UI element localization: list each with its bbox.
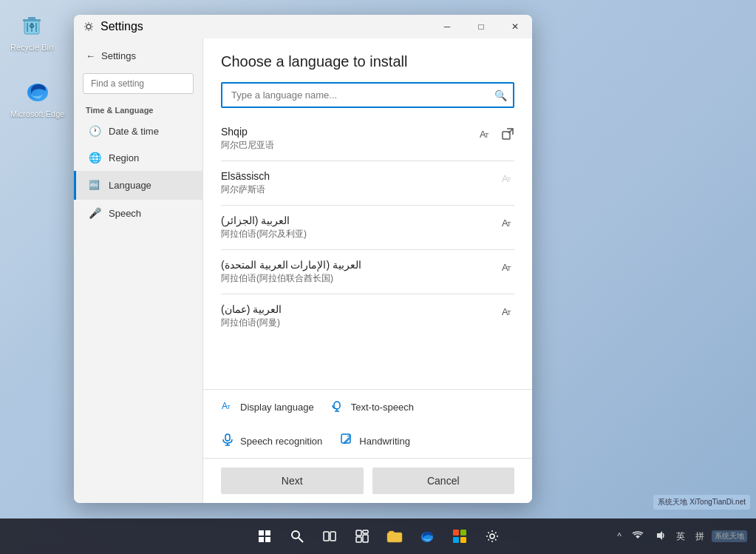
svg-marker-44: [657, 531, 662, 540]
tray-lang[interactable]: 英: [673, 529, 688, 544]
find-setting-container: [83, 73, 194, 94]
file-explorer-button[interactable]: [380, 521, 409, 551]
text-to-speech-icon: [332, 399, 345, 415]
svg-text:♻: ♻: [29, 22, 35, 30]
system-tray: ^ 英 拼 系统天地: [614, 528, 747, 545]
sidebar-item-date-time[interactable]: 🕐 Date & time: [74, 118, 202, 144]
back-arrow-icon: ←: [86, 50, 95, 61]
svg-point-43: [490, 534, 494, 538]
language-search-input[interactable]: [221, 82, 514, 108]
search-button[interactable]: [282, 521, 312, 551]
tray-wifi[interactable]: [629, 528, 647, 545]
sidebar-item-speech[interactable]: 🎤 Speech: [74, 200, 202, 226]
window-titlebar: Settings ─ □ ✕: [74, 15, 532, 38]
settings-taskbar-button[interactable]: [477, 521, 507, 551]
speech-recognition-icon: [221, 433, 234, 449]
minimize-button[interactable]: ─: [430, 15, 464, 38]
text-to-speech-label: Text-to-speech: [351, 402, 414, 413]
task-view-button[interactable]: [315, 521, 344, 551]
svg-rect-27: [265, 530, 270, 536]
language-item-arabic-dz[interactable]: العربية (الجزائر) 阿拉伯语(阿尔及利亚) AT: [221, 206, 514, 250]
handwriting-icon: [340, 433, 353, 449]
handwriting-label: Handwriting: [359, 436, 410, 447]
lang-actions-arabic-om: AT: [501, 303, 514, 321]
speech-label: Speech: [109, 208, 141, 219]
recycle-bin-icon[interactable]: ♻ Recycle Bin: [7, 7, 56, 55]
lang-name-arabic-om: العربية (عمان): [221, 303, 492, 315]
display-language-label: Display language: [240, 402, 314, 413]
lang-actions-shqip: AT: [479, 126, 514, 143]
lang-actions-elsassisch: AT: [501, 170, 514, 188]
speech-icon: 🎤: [88, 207, 101, 219]
edge-desktop-label: Microsoft Edge: [10, 109, 64, 118]
language-item-shqip[interactable]: Shqip 阿尔巴尼亚语 AT: [221, 117, 514, 161]
feature-text-to-speech[interactable]: Text-to-speech: [332, 399, 414, 415]
start-button[interactable]: [250, 521, 279, 551]
tray-watermark: 系统天地: [712, 530, 747, 542]
tray-sound[interactable]: [651, 528, 669, 545]
tray-chevron[interactable]: ^: [614, 530, 624, 543]
next-button[interactable]: Next: [221, 467, 364, 494]
feature-display-language[interactable]: AT Display language: [221, 399, 314, 415]
settings-content: ← Settings Time & Language 🕐 Date & time…: [74, 38, 532, 503]
lang-subname-arabic-ae: 阿拉伯语(阿拉伯联合酋长国): [221, 272, 492, 285]
svg-rect-42: [460, 537, 466, 543]
language-icon: 🔤: [88, 178, 101, 192]
find-setting-input[interactable]: [83, 73, 194, 94]
lang-name-arabic-dz: العربية (الجزائر): [221, 214, 492, 226]
text-feature-icon-shqip: AT: [479, 127, 492, 143]
sidebar-section-title: Time & Language: [74, 100, 202, 118]
sidebar-item-region[interactable]: 🌐 Region: [74, 144, 202, 171]
taskbar: ^ 英 拼 系统天地: [0, 518, 756, 554]
svg-rect-26: [259, 530, 264, 536]
search-icon: 🔍: [494, 89, 507, 101]
svg-rect-32: [324, 532, 329, 541]
feature-speech-recognition[interactable]: Speech recognition: [221, 433, 322, 449]
svg-text:T: T: [507, 309, 511, 317]
settings-main: ions Remove 🔤 📋 🎤 ✏️ abc Choose a langua…: [203, 38, 532, 503]
lang-name-arabic-ae: العربية (الإمارات العربية المتحدة): [221, 259, 492, 271]
titlebar-controls: ─ □ ✕: [430, 15, 532, 38]
widgets-button[interactable]: [347, 521, 377, 551]
svg-text:T: T: [485, 132, 489, 139]
svg-rect-41: [453, 537, 459, 543]
text-feature-icon-elsassisch: AT: [501, 172, 514, 188]
settings-window: Settings ─ □ ✕ ← Settings Time & Languag…: [74, 15, 532, 503]
sidebar-item-language[interactable]: 🔤 Language: [74, 171, 202, 200]
lang-subname-shqip: 阿尔巴尼亚语: [221, 139, 470, 152]
region-label: Region: [109, 152, 139, 163]
svg-point-30: [292, 531, 299, 538]
svg-rect-40: [460, 530, 466, 536]
svg-rect-36: [356, 537, 361, 542]
modal-title: Choose a language to install: [203, 38, 532, 82]
svg-rect-35: [363, 530, 368, 533]
edge-taskbar-button[interactable]: [412, 521, 442, 551]
text-feature-icon-arabic-dz: AT: [501, 216, 514, 232]
back-button[interactable]: ← Settings: [74, 44, 202, 67]
text-feature-icon-arabic-ae: AT: [501, 260, 514, 277]
feature-handwriting[interactable]: Handwriting: [340, 433, 410, 449]
tray-input[interactable]: 拼: [692, 529, 707, 544]
lang-actions-arabic-ae: AT: [501, 259, 514, 277]
lang-name-elsassisch: Elsässisch: [221, 170, 492, 182]
edge-desktop-icon[interactable]: Microsoft Edge: [7, 74, 67, 121]
store-taskbar-button[interactable]: [445, 521, 474, 551]
cancel-button[interactable]: Cancel: [372, 467, 515, 494]
titlebar-left: Settings: [74, 20, 143, 33]
language-item-arabic-ae[interactable]: العربية (الإمارات العربية المتحدة) 阿拉伯语(…: [221, 250, 514, 294]
svg-rect-34: [356, 530, 361, 536]
language-search-container: 🔍: [221, 82, 514, 108]
language-item-arabic-om[interactable]: العربية (عمان) 阿拉伯语(阿曼) AT: [221, 294, 514, 338]
svg-rect-28: [259, 537, 264, 542]
language-item-elsassisch[interactable]: Elsässisch 阿尔萨斯语 AT: [221, 161, 514, 206]
svg-rect-33: [330, 532, 336, 541]
date-time-icon: 🕐: [88, 125, 101, 137]
svg-rect-29: [265, 537, 270, 542]
external-icon-shqip: [501, 127, 514, 143]
settings-title: Settings: [101, 50, 136, 61]
taskbar-center: [250, 521, 507, 551]
close-button[interactable]: ✕: [498, 15, 532, 38]
maximize-button[interactable]: □: [464, 15, 498, 38]
lang-subname-elsassisch: 阿尔萨斯语: [221, 183, 492, 196]
display-language-icon: AT: [221, 399, 234, 415]
